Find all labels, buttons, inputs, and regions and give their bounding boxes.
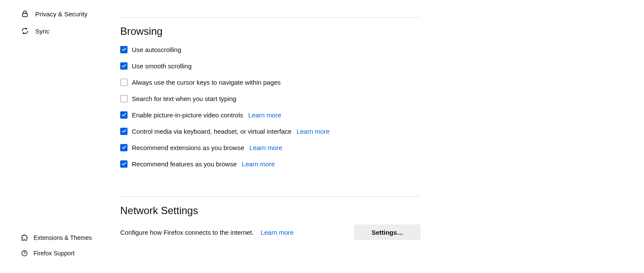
sidebar-item-label: Extensions & Themes: [33, 234, 92, 241]
option-row-pip: Enable picture-in-picture video controls…: [120, 110, 421, 119]
browsing-heading: Browsing: [120, 25, 421, 37]
option-row-autoscrolling: Use autoscrolling: [120, 45, 421, 54]
sync-icon: [21, 27, 29, 35]
learn-more-link[interactable]: Learn more: [242, 160, 275, 168]
checkbox-cursor-keys[interactable]: [120, 79, 128, 86]
option-row-cursor-keys: Always use the cursor keys to navigate w…: [120, 78, 421, 86]
sidebar-item-label: Firefox Support: [33, 250, 75, 257]
network-heading: Network Settings: [120, 205, 421, 217]
sidebar-item-privacy-security[interactable]: Privacy & Security: [0, 5, 120, 22]
network-settings-button[interactable]: Settings…: [354, 224, 421, 240]
option-row-smooth-scrolling: Use smooth scrolling: [120, 61, 421, 70]
option-label: Recommend features as you browse: [132, 160, 237, 168]
option-label: Use smooth scrolling: [132, 62, 191, 70]
sidebar-item-firefox-support[interactable]: Firefox Support: [0, 245, 120, 261]
divider: [120, 196, 421, 197]
sidebar-item-label: Sync: [35, 28, 49, 35]
checkbox-search-typing[interactable]: [120, 95, 128, 102]
lock-icon: [21, 9, 29, 18]
sidebar: Privacy & SecuritySync Extensions & Them…: [0, 0, 120, 273]
puzzle-icon: [21, 234, 28, 242]
option-row-media-keyboard: Control media via keyboard, headset, or …: [120, 127, 421, 135]
divider: [120, 17, 421, 18]
network-learn-more-link[interactable]: Learn more: [261, 229, 294, 236]
option-row-recommend-extensions: Recommend extensions as you browseLearn …: [120, 143, 421, 152]
option-row-search-typing: Search for text when you start typing: [120, 94, 421, 103]
checkbox-autoscrolling[interactable]: [120, 46, 128, 53]
option-label: Recommend extensions as you browse: [132, 144, 244, 151]
option-label: Search for text when you start typing: [132, 95, 236, 102]
sidebar-item-label: Privacy & Security: [35, 10, 88, 18]
checkbox-recommend-features[interactable]: [120, 160, 128, 168]
svg-point-2: [24, 255, 25, 255]
learn-more-link[interactable]: Learn more: [297, 128, 330, 135]
option-row-recommend-features: Recommend features as you browseLearn mo…: [120, 160, 421, 168]
option-label: Use autoscrolling: [132, 46, 181, 53]
checkbox-pip[interactable]: [120, 111, 128, 119]
network-description: Configure how Firefox connects to the in…: [120, 229, 254, 236]
learn-more-link[interactable]: Learn more: [248, 111, 281, 119]
option-label: Control media via keyboard, headset, or …: [132, 128, 292, 135]
main-content: Browsing Use autoscrollingUse smooth scr…: [120, 0, 644, 273]
checkbox-media-keyboard[interactable]: [120, 128, 128, 135]
option-label: Enable picture-in-picture video controls: [132, 111, 243, 119]
sidebar-item-sync[interactable]: Sync: [0, 22, 120, 40]
sidebar-item-extensions-themes[interactable]: Extensions & Themes: [0, 230, 120, 245]
checkbox-smooth-scrolling[interactable]: [120, 62, 128, 70]
help-icon: [21, 249, 28, 257]
learn-more-link[interactable]: Learn more: [249, 144, 283, 151]
svg-rect-0: [22, 13, 27, 17]
option-label: Always use the cursor keys to navigate w…: [132, 79, 281, 86]
checkbox-recommend-extensions[interactable]: [120, 144, 128, 151]
